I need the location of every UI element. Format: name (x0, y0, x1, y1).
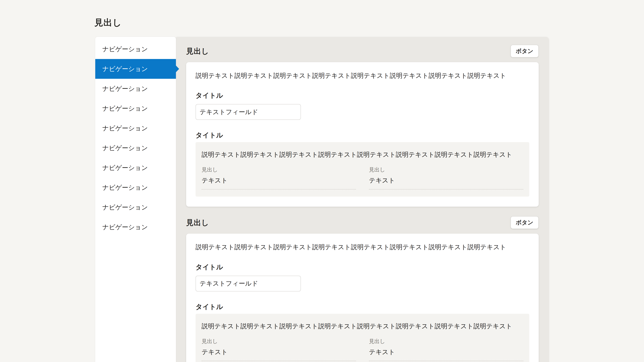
section-2-heading: 見出し (186, 218, 209, 228)
section-2-detail-description: 説明テキスト説明テキスト説明テキスト説明テキスト説明テキスト説明テキスト説明テキ… (202, 322, 523, 331)
section-2-card: 説明テキスト説明テキスト説明テキスト説明テキスト説明テキスト説明テキスト説明テキ… (186, 234, 539, 362)
page-title: 見出し (94, 17, 122, 28)
sidebar-item-10[interactable]: ナビゲーション (95, 217, 176, 237)
detail-row: 見出し テキスト 見出し テキスト (202, 166, 523, 190)
sidebar-item-7[interactable]: ナビゲーション (95, 158, 176, 178)
detail-cell: 見出し テキスト (369, 338, 523, 361)
section-2-description: 説明テキスト説明テキスト説明テキスト説明テキスト説明テキスト説明テキスト説明テキ… (196, 243, 529, 252)
sidebar-item-6[interactable]: ナビゲーション (95, 138, 176, 158)
sidebar-item-8[interactable]: ナビゲーション (95, 178, 176, 197)
detail-cell-value: テキスト (369, 176, 523, 185)
section-1-detail-title: タイトル (196, 131, 529, 140)
section-1-button[interactable]: ボタン (510, 45, 539, 57)
section-1-card: 説明テキスト説明テキスト説明テキスト説明テキスト説明テキスト説明テキスト説明テキ… (186, 62, 539, 207)
section-2-detail-box: 説明テキスト説明テキスト説明テキスト説明テキスト説明テキスト説明テキスト説明テキ… (196, 314, 529, 362)
section-2-text-field[interactable] (196, 276, 301, 292)
detail-cell: 見出し テキスト (202, 166, 356, 190)
detail-cell-label: 見出し (369, 166, 523, 173)
section-2-detail-title: タイトル (196, 302, 529, 311)
detail-cell-value: テキスト (202, 176, 356, 185)
sidebar-item-9[interactable]: ナビゲーション (95, 197, 176, 217)
section-1-text-field[interactable] (196, 104, 301, 120)
detail-cell-label: 見出し (202, 338, 356, 345)
main-panel: 見出し ボタン 説明テキスト説明テキスト説明テキスト説明テキスト説明テキスト説明… (174, 37, 549, 362)
detail-row: 見出し テキスト 見出し テキスト (202, 338, 523, 361)
sidebar: ナビゲーション ナビゲーション ナビゲーション ナビゲーション ナビゲーション … (95, 37, 176, 362)
sidebar-item-4[interactable]: ナビゲーション (95, 98, 176, 118)
section-1-detail-box: 説明テキスト説明テキスト説明テキスト説明テキスト説明テキスト説明テキスト説明テキ… (196, 142, 529, 197)
detail-cell-value: テキスト (369, 348, 523, 356)
section-1-header: 見出し ボタン (186, 44, 539, 58)
section-1-heading: 見出し (186, 46, 209, 56)
section-1-detail-description: 説明テキスト説明テキスト説明テキスト説明テキスト説明テキスト説明テキスト説明テキ… (202, 150, 523, 159)
detail-cell-value: テキスト (202, 348, 356, 356)
sidebar-item-1[interactable]: ナビゲーション (95, 39, 176, 59)
sidebar-item-3[interactable]: ナビゲーション (95, 79, 176, 98)
detail-cell-label: 見出し (202, 166, 356, 173)
detail-cell: 見出し テキスト (369, 166, 523, 190)
section-2-header: 見出し ボタン (186, 216, 539, 229)
section-2-button[interactable]: ボタン (510, 216, 539, 229)
section-2-field-label: タイトル (196, 263, 529, 272)
section-1-field-label: タイトル (196, 91, 529, 100)
detail-cell: 見出し テキスト (202, 338, 356, 361)
sidebar-item-2-active[interactable]: ナビゲーション (95, 59, 176, 79)
sidebar-item-5[interactable]: ナビゲーション (95, 118, 176, 138)
detail-cell-label: 見出し (369, 338, 523, 345)
section-1-description: 説明テキスト説明テキスト説明テキスト説明テキスト説明テキスト説明テキスト説明テキ… (196, 71, 529, 80)
